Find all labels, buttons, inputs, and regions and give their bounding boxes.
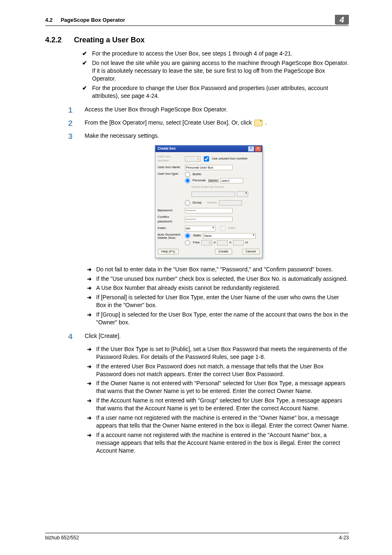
main-checkbox[interactable] (220, 226, 226, 231)
step-number: 2 (68, 119, 77, 127)
index-label: Index: (158, 226, 183, 231)
note-item: If [Personal] is selected for User Box T… (85, 294, 349, 309)
intro-check-list: For the procedure to access the User Box… (82, 50, 349, 99)
header-section-number: 4.2 (45, 17, 53, 23)
auto-delete-label: Auto Document Delete Time: (158, 233, 183, 245)
note-item: If a account name not registered with th… (85, 431, 349, 455)
owner-input[interactable]: user1 (220, 178, 243, 183)
footer-left: bizhub 652/552 (45, 534, 79, 541)
external-server-dropdown[interactable] (237, 191, 248, 197)
note-item: If the Owner Name is not entered with "P… (85, 379, 349, 395)
footer-right: 4-23 (339, 534, 349, 541)
header-section-title: PageScope Box Operator (61, 17, 125, 23)
step-3: 3 Make the necessary settings. (68, 132, 349, 140)
external-server-input[interactable] (191, 192, 235, 197)
user-box-name-input[interactable]: Personal User Box (185, 165, 233, 170)
chapter-badge: 4 (335, 15, 349, 25)
group-radio[interactable] (185, 200, 190, 206)
section-number: 4.2.2 (45, 35, 62, 45)
section-heading: 4.2.2 Creating a User Box (45, 35, 349, 45)
help-button[interactable]: Help (F1) (158, 249, 179, 254)
dialog-titlebar: Create box ? × (155, 146, 262, 152)
free-h-input[interactable] (217, 240, 228, 245)
static-label: Static (193, 234, 201, 238)
step-text: Click [Create]. (85, 332, 349, 340)
footer: bizhub 652/552 4-23 (45, 533, 349, 541)
step-1: 1 Access the User Box through PageScope … (68, 106, 349, 114)
step-4: 4 Click [Create]. (68, 332, 349, 340)
step-text: From the [Box Operator] menu, select [Cr… (85, 119, 349, 127)
section-title: Creating a User Box (74, 35, 145, 45)
free-d-unit: d (214, 240, 215, 245)
step-text: Access the User Box through PageScope Bo… (85, 106, 349, 114)
note-item: If a user name not registered with the m… (85, 414, 349, 430)
user-box-type-label: User box type: (158, 172, 183, 176)
header-rule (45, 25, 349, 26)
step-2: 2 From the [Box Operator] menu, select [… (68, 119, 349, 127)
group-label: Group (193, 201, 202, 205)
public-label: Public (193, 172, 202, 177)
step-number: 4 (68, 333, 77, 340)
note-item: If the entered User Box Password does no… (85, 363, 349, 378)
dialog-title: Create box (158, 146, 176, 151)
check-item: For the procedure to access the User Box… (82, 50, 349, 58)
running-header: 4.2 PageScope Box Operator 4 (45, 16, 349, 25)
select-external-server-label: Select External Server (191, 185, 224, 190)
owner-group-label: Owner: (207, 201, 218, 205)
use-unused-checkbox[interactable] (204, 156, 209, 162)
notes-after-dialog: Do not fail to enter data in the "User B… (85, 266, 349, 326)
user-box-name-label: User box name: (158, 165, 183, 170)
password-input[interactable]: •••••••• (185, 208, 233, 213)
step-number: 1 (68, 106, 77, 114)
user-box-number-label: User box number: (158, 155, 183, 164)
create-button[interactable]: Create (215, 249, 232, 254)
free-h-unit: h (229, 240, 231, 245)
index-select[interactable]: etc (185, 226, 215, 231)
help-icon[interactable]: ? (248, 146, 254, 152)
free-radio[interactable] (185, 240, 190, 245)
close-icon[interactable]: × (255, 146, 261, 152)
static-select[interactable]: Save (203, 233, 256, 239)
note-item: A Use Box Number that already exists can… (85, 284, 349, 292)
personal-label: Personal (193, 178, 206, 183)
cancel-button[interactable]: Cancel (242, 249, 260, 254)
confirm-password-label: Confirm password: (158, 215, 183, 224)
free-m-unit: m (245, 240, 248, 245)
note-item: If the Account Name is not entered with … (85, 397, 349, 412)
create-box-dialog: Create box ? × User box number: 1 Use un… (155, 145, 263, 258)
note-item: Do not fail to enter data in the "User B… (85, 266, 349, 273)
use-unused-label: Use unused box number (212, 157, 248, 161)
user-box-number-input[interactable]: 1 (185, 156, 201, 162)
notes-after-step4: If the User Box Type is set to [Public],… (85, 345, 349, 455)
confirm-password-input[interactable]: •••••••• (185, 217, 233, 222)
free-d-input[interactable]: 0 (201, 240, 212, 245)
step-text: Make the necessary settings. (85, 132, 349, 140)
check-item: For the procedure to change the User Box… (82, 84, 349, 100)
main-label: Main (228, 226, 235, 231)
check-item: Do not leave the site while you are gain… (82, 59, 349, 83)
free-m-input[interactable] (233, 240, 244, 245)
note-item: If the User Box Type is set to [Public],… (85, 345, 349, 361)
note-item: If the "Use unused box number" check box… (85, 275, 349, 283)
owner-label: Owner: (208, 178, 219, 183)
personal-radio[interactable] (185, 178, 190, 183)
password-label: Password: (158, 208, 183, 213)
free-label: Free (193, 240, 200, 245)
note-item: If [Group] is selected for the User Box … (85, 311, 349, 326)
step-number: 3 (68, 132, 77, 140)
create-userbox-icon (254, 120, 263, 126)
static-radio[interactable] (185, 233, 190, 238)
owner-group-input[interactable] (219, 200, 242, 206)
public-radio[interactable] (185, 172, 190, 177)
